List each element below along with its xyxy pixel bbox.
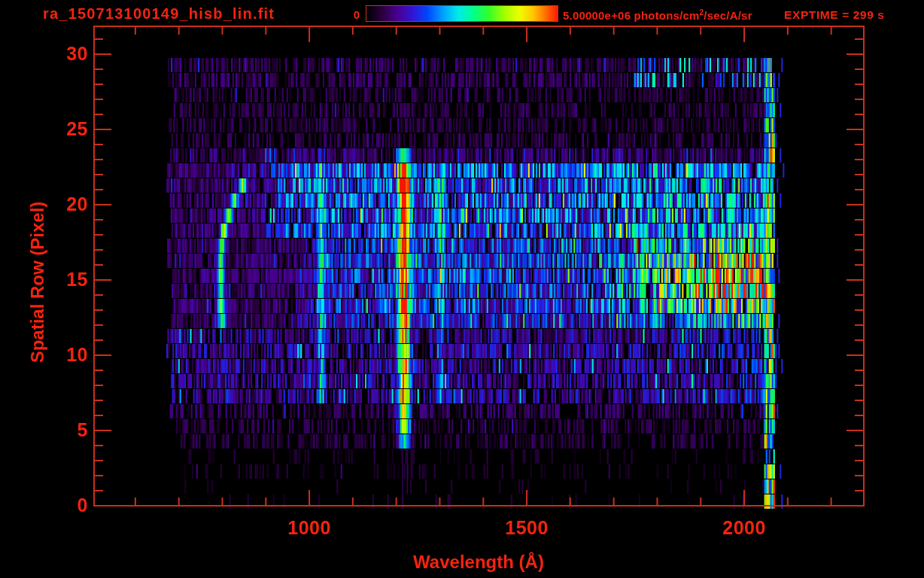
y-tick-label: 25 bbox=[35, 118, 88, 140]
x-tick-label: 1000 bbox=[275, 517, 343, 539]
y-tick-label: 0 bbox=[35, 494, 88, 516]
x-axis-title: Wavelength (Å) bbox=[328, 552, 629, 573]
spectral-image-canvas bbox=[0, 0, 924, 578]
colorbar-max-label: 5.00000e+06 photons/cm2/sec/A/sr bbox=[563, 8, 752, 22]
colorbar-max-suffix: /sec/A/sr bbox=[704, 9, 752, 22]
exptime-label: EXPTIME = 299 s bbox=[784, 8, 885, 22]
y-tick-label: 5 bbox=[35, 419, 88, 441]
colorbar-gradient bbox=[366, 5, 558, 22]
x-tick-label: 2000 bbox=[710, 517, 778, 539]
x-tick-label: 1500 bbox=[493, 517, 561, 539]
colorbar-min-label: 0 bbox=[337, 8, 360, 21]
colorbar-max-prefix: 5.00000e+06 photons/cm bbox=[563, 9, 700, 22]
y-tick-label: 30 bbox=[35, 43, 88, 65]
plot-title: ra_150713100149_hisb_lin.fit bbox=[43, 5, 275, 23]
y-axis-title: Spatial Row (Pixel) bbox=[27, 202, 48, 364]
